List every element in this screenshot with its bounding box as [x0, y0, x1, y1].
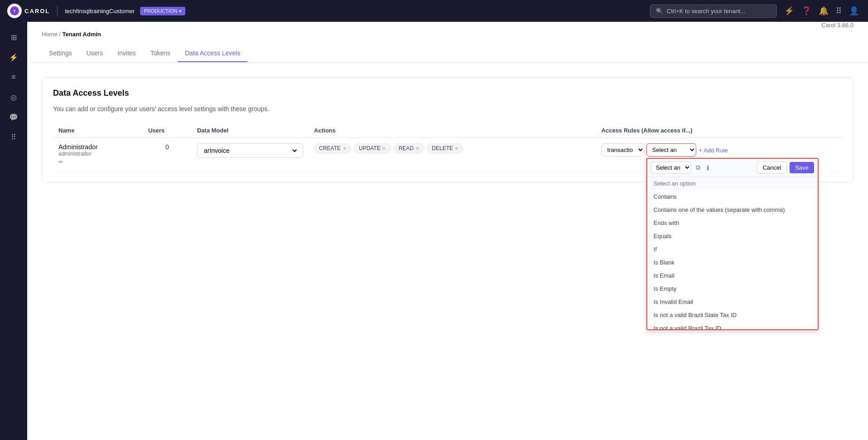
data-model-dropdown[interactable]: arInvoice: [202, 147, 298, 155]
tab-users[interactable]: Users: [79, 45, 111, 62]
sidebar: ⊞ ⚡ ≡ ◎ 💬 ⠿: [0, 22, 27, 440]
page-header: Home / Tenant Admin Carol 3.66.0 Setting…: [27, 22, 868, 63]
data-table: Name Users Data Model Actions Access Rul…: [53, 123, 842, 171]
breadcrumb-current: Tenant Admin: [63, 31, 101, 38]
sidebar-item-bolt[interactable]: ⚡: [5, 49, 22, 65]
dropdown-item-placeholder[interactable]: Select an option: [647, 177, 818, 190]
tab-invites[interactable]: Invites: [110, 45, 143, 62]
save-button[interactable]: Save: [790, 162, 814, 173]
info-icon-btn[interactable]: ℹ: [705, 163, 711, 172]
dropdown-item-is-empty[interactable]: Is Empty: [647, 282, 818, 295]
action-read: READ ✕: [393, 143, 424, 153]
dropdown-item-contains-one[interactable]: Contains one of the values (separate wit…: [647, 203, 818, 216]
breadcrumb-separator: /: [59, 31, 61, 38]
topbar: T CAROL techfinsqltrainingCustomer PRODU…: [0, 0, 868, 22]
action-update: UPDATE ✕: [354, 143, 391, 153]
action-delete: DELETE ✕: [427, 143, 464, 153]
page-title: Data Access Levels: [53, 88, 842, 98]
dropdown-item-if[interactable]: If: [647, 243, 818, 256]
col-actions: Actions: [309, 123, 596, 138]
actions-cell: CREATE ✕ UPDATE ✕ READ ✕: [314, 143, 591, 153]
dropdown-item-is-invalid-email[interactable]: Is Invalid Email: [647, 295, 818, 308]
content-card: Data Access Levels You can add or config…: [42, 77, 853, 182]
logo-text: CAROL: [24, 8, 50, 15]
access-rule-condition-select[interactable]: Select an: [646, 143, 696, 156]
topbar-divider: [57, 5, 58, 16]
env-badge[interactable]: PRODUCTION ▾: [140, 7, 185, 15]
apps-icon[interactable]: ⠿: [834, 4, 844, 18]
edit-icon[interactable]: ✏: [58, 159, 137, 165]
user-icon[interactable]: 👤: [847, 4, 861, 18]
logo: T CAROL: [7, 4, 50, 18]
search-icon: 🔍: [656, 8, 663, 15]
main-content: Home / Tenant Admin Carol 3.66.0 Setting…: [27, 22, 868, 440]
data-model-select[interactable]: arInvoice: [197, 143, 303, 158]
dropdown-item-is-blank[interactable]: Is Blank: [647, 256, 818, 269]
cancel-button[interactable]: Cancel: [757, 161, 787, 174]
code-icon[interactable]: ⚡: [782, 4, 796, 18]
remove-update-icon[interactable]: ✕: [382, 146, 386, 151]
dropdown-item-is-email[interactable]: Is Email: [647, 269, 818, 282]
search-bar[interactable]: 🔍 Ctrl+K to search your tenant...: [650, 5, 777, 18]
dropdown-header-row: Select an ⧉ ℹ Cancel Save: [647, 159, 818, 177]
tabs: Settings Users Invites Tokens Data Acces…: [42, 45, 853, 62]
page-description: You can add or configure your users' acc…: [53, 105, 842, 112]
breadcrumb: Home / Tenant Admin: [42, 31, 101, 38]
tab-tokens[interactable]: Tokens: [143, 45, 178, 62]
remove-create-icon[interactable]: ✕: [343, 146, 346, 151]
dropdown-item-contains[interactable]: Contains: [647, 190, 818, 203]
remove-read-icon[interactable]: ✕: [416, 146, 419, 151]
sidebar-item-apps[interactable]: ⠿: [5, 129, 22, 145]
col-data-model: Data Model: [192, 123, 309, 138]
col-users: Users: [143, 123, 192, 138]
dropdown-item-ends-with[interactable]: Ends with: [647, 216, 818, 230]
dropdown-item-equals[interactable]: Equals: [647, 230, 818, 243]
dropdown-options-list: Select an option Contains Contains one o…: [647, 177, 818, 330]
bell-icon[interactable]: 🔔: [817, 4, 830, 18]
access-rule-field-select[interactable]: transactio: [601, 143, 645, 156]
sidebar-item-grid[interactable]: ⊞: [5, 29, 22, 45]
help-icon[interactable]: ❓: [800, 4, 813, 18]
dropdown-inner-select[interactable]: Select an: [651, 161, 691, 174]
col-name: Name: [53, 123, 143, 138]
dropdown-item-not-brazil-tax[interactable]: Is not a valid Brazil Tax ID: [647, 322, 818, 330]
sidebar-item-globe[interactable]: ◎: [5, 89, 22, 105]
sidebar-item-chat[interactable]: 💬: [5, 109, 22, 125]
breadcrumb-home[interactable]: Home: [42, 31, 58, 38]
table-row: Administrador administrador ✏ 0 arInvoic…: [53, 138, 842, 171]
row-name: Administrador administrador: [58, 143, 137, 157]
tab-data-access-levels[interactable]: Data Access Levels: [178, 45, 247, 62]
tenant-name: techfinsqltrainingCustomer: [65, 8, 135, 15]
add-rule-link[interactable]: + Add Rule: [699, 147, 728, 154]
action-create: CREATE ✕: [314, 143, 351, 153]
tab-settings[interactable]: Settings: [42, 45, 79, 62]
dropdown-item-not-brazil-state-tax[interactable]: Is not a valid Brazil State Tax ID: [647, 308, 818, 322]
search-placeholder: Ctrl+K to search your tenant...: [667, 8, 745, 15]
condition-dropdown-menu: Select an ⧉ ℹ Cancel Save: [646, 158, 819, 330]
copy-icon-btn[interactable]: ⧉: [694, 163, 702, 172]
topbar-icons: ⚡ ❓ 🔔 ⠿ 👤: [782, 4, 861, 18]
svg-text:T: T: [13, 9, 16, 14]
access-rules-cell: transactio Select an: [601, 143, 837, 156]
version-label: Carol 3.66.0: [821, 22, 853, 29]
row-users: 0: [143, 138, 192, 171]
remove-delete-icon[interactable]: ✕: [455, 146, 458, 151]
sidebar-item-layers[interactable]: ≡: [5, 69, 22, 85]
col-access-rules: Access Rules (Allow access if...): [596, 123, 842, 138]
access-rule-field-wrapper: transactio Select an: [601, 143, 696, 156]
logo-icon: T: [7, 4, 22, 18]
content-area: Data Access Levels You can add or config…: [27, 63, 868, 197]
